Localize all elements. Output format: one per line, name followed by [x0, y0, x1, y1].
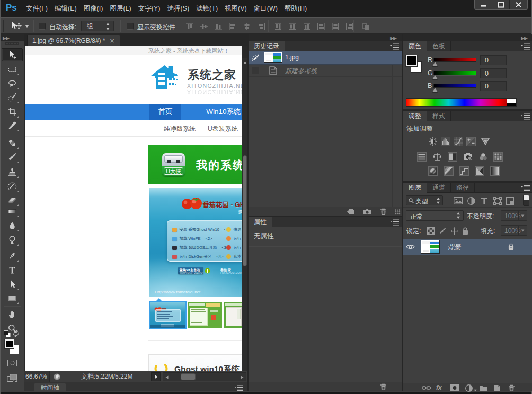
menu-edit[interactable]: 编辑(E) [51, 0, 80, 17]
status-popup-button[interactable] [151, 372, 161, 381]
tab-layers[interactable]: 图层 [403, 183, 427, 193]
horizontal-scroll-thumb[interactable] [181, 373, 196, 380]
menu-image[interactable]: 图像(I) [81, 0, 107, 17]
tool-blur[interactable] [5, 219, 20, 232]
show-transform-checkbox[interactable] [127, 23, 134, 30]
tool-preset-caret-icon[interactable] [25, 25, 29, 28]
history-panel-menu-icon[interactable] [390, 43, 399, 49]
quick-mask-mode-button[interactable] [7, 360, 17, 366]
page-thumbnail-2[interactable] [188, 302, 222, 328]
blue-slider-track[interactable] [433, 84, 476, 88]
history-state-row[interactable]: 1.jpg [249, 51, 402, 64]
close-button[interactable] [510, 0, 527, 9]
distribute-vertical-centers-button[interactable] [288, 22, 297, 30]
tool-move[interactable] [2, 48, 23, 61]
tools-panel-grip[interactable] [5, 42, 19, 45]
foreground-color-well[interactable] [5, 339, 14, 348]
document-tab[interactable]: 1.jpg @ 66.7%(RGB/8#) * × [27, 35, 120, 46]
default-colors-icon[interactable] [4, 330, 11, 337]
auto-select-checkbox[interactable] [39, 23, 46, 30]
timeline-panel-menu-icon[interactable] [234, 385, 243, 391]
layer-style-fx-icon[interactable]: fx [436, 384, 442, 391]
tab-styles[interactable]: 样式 [427, 111, 451, 121]
document-tab-close-icon[interactable]: × [110, 37, 115, 44]
adjustments-panel-menu-icon[interactable] [521, 113, 530, 119]
options-bar-grip[interactable] [2, 20, 5, 32]
layers-panel-menu-icon[interactable] [521, 185, 530, 191]
distribute-top-edges-button[interactable] [274, 22, 282, 30]
red-value-field[interactable]: 0 [480, 55, 507, 65]
tool-rectangle-shape[interactable] [5, 292, 20, 305]
tab-swatches[interactable]: 色板 [427, 41, 451, 51]
tool-quick-selection[interactable] [5, 91, 20, 104]
page-subnav-item-1[interactable]: 纯净版系统 [164, 124, 196, 133]
tool-gradient[interactable] [5, 205, 20, 218]
swap-colors-icon[interactable] [13, 330, 20, 337]
tool-history-brush[interactable] [5, 180, 20, 193]
tool-hand[interactable] [5, 308, 20, 320]
vertical-scroll-thumb[interactable] [243, 155, 247, 266]
distribute-left-edges-button[interactable] [317, 22, 325, 30]
align-top-edges-button[interactable] [185, 22, 194, 30]
page-thumbnail-3[interactable] [224, 302, 242, 328]
properties-panel-menu-icon[interactable] [390, 219, 399, 225]
tab-color[interactable]: 颜色 [403, 41, 427, 51]
tool-rectangular-marquee[interactable] [5, 63, 20, 76]
tab-paths[interactable]: 路径 [451, 183, 475, 193]
adjustment-curves-button[interactable] [454, 137, 463, 146]
panel-resize-grip[interactable] [395, 209, 401, 215]
color-spectrum-ramp[interactable] [406, 98, 517, 107]
menu-layer[interactable]: 图层(L) [107, 0, 134, 17]
align-vertical-centers-button[interactable] [200, 22, 208, 30]
document-size-readout[interactable]: 文档:5.22M/5.22M [81, 371, 132, 382]
tool-path-selection[interactable] [5, 278, 20, 291]
tool-brush[interactable] [5, 151, 20, 164]
tool-pen[interactable] [5, 249, 20, 262]
green-value-field[interactable]: 0 [480, 68, 507, 78]
page-subnav-item-2[interactable]: U盘装系统 [208, 124, 238, 133]
tool-eyedropper[interactable] [5, 119, 20, 132]
collapse-tools-icon[interactable]: ▶▶ [3, 35, 9, 41]
green-slider-thumb[interactable] [432, 75, 438, 79]
adjustment-vibrance-button[interactable] [481, 137, 490, 146]
adjustment-black-white-button[interactable] [448, 152, 457, 162]
zoom-level-field[interactable]: 66.67% [24, 371, 50, 382]
adjustment-invert-button[interactable] [428, 166, 438, 176]
adjustment-selective-color-button[interactable] [490, 166, 500, 176]
blue-slider-thumb[interactable] [432, 88, 438, 92]
tab-adjustments[interactable]: 调整 [403, 111, 427, 121]
adjustment-gradient-map-button[interactable] [475, 166, 484, 176]
distribute-right-edges-button[interactable] [345, 22, 354, 30]
page-article-card[interactable]: Ghost win10系统 [148, 354, 242, 371]
menu-help[interactable]: 帮助(H) [281, 0, 310, 17]
green-slider-track[interactable] [433, 71, 476, 75]
canvas-horizontal-scrollbar[interactable] [163, 372, 246, 381]
page-green-banner[interactable]: U大侠 我的系统 [148, 145, 242, 184]
distribute-horizontal-centers-button[interactable] [331, 22, 340, 30]
tool-type[interactable] [5, 264, 20, 276]
menu-filter[interactable]: 滤镜(T) [193, 0, 221, 17]
adjustment-posterize-button[interactable] [444, 166, 454, 176]
layer-row-background[interactable]: 背景 [403, 239, 532, 255]
layer-thumbnail[interactable] [421, 240, 439, 253]
adjustment-brightness-contrast-button[interactable] [428, 137, 438, 146]
page-nav-home[interactable]: 首页 [149, 104, 181, 120]
page-boot-screenshot[interactable]: 番茄花园 - GHO 豪 安装 番茄Ghost Win10 -- <1> 加载 … [149, 188, 242, 297]
layer-visibility-cell[interactable] [403, 239, 418, 255]
page-thumbnail-1[interactable] [149, 301, 187, 329]
canvas-image[interactable]: 系统之家 - 系统光盘下载网站！ [25, 46, 242, 371]
auto-align-layers-button[interactable] [362, 22, 370, 30]
page-nav-win10[interactable]: Win10系统 [200, 104, 242, 120]
timeline-tab[interactable]: 时间轴 [34, 383, 66, 392]
tool-clone-stamp[interactable] [5, 166, 20, 178]
adjustment-exposure-button[interactable] [466, 137, 476, 146]
tab-properties[interactable]: 属性 [249, 217, 272, 227]
menu-file[interactable]: 文件(F) [23, 0, 51, 17]
tool-crop[interactable] [5, 105, 20, 118]
adjustment-color-balance-button[interactable] [432, 152, 442, 162]
red-slider-track[interactable] [433, 58, 476, 62]
tab-channels[interactable]: 通道 [427, 183, 451, 193]
menu-select[interactable]: 选择(S) [164, 0, 192, 17]
tool-dodge[interactable] [5, 234, 20, 246]
color-panel-menu-icon[interactable] [521, 43, 530, 49]
